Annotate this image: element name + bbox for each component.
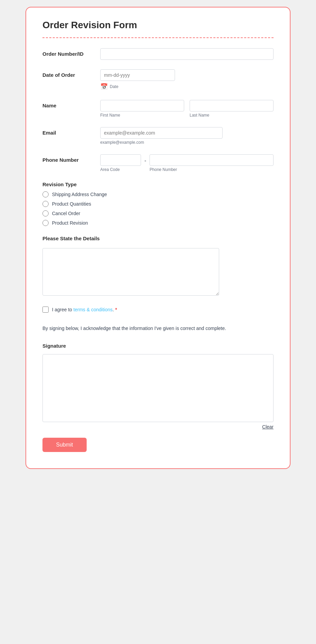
phone-number-input[interactable] xyxy=(150,154,274,166)
area-code-container: Area Code xyxy=(100,154,141,172)
radio-option-shipping[interactable]: Shipping Address Change xyxy=(42,191,274,197)
radio-quantities[interactable] xyxy=(42,201,49,207)
divider xyxy=(42,37,274,38)
phone-inputs-row: Area Code - Phone Number xyxy=(100,154,274,172)
area-code-input[interactable] xyxy=(100,154,141,166)
email-label: Email xyxy=(42,127,100,136)
details-section: Please State the Details xyxy=(42,236,274,297)
date-of-order-label: Date of Order xyxy=(42,69,100,78)
radio-option-quantities[interactable]: Product Quantities xyxy=(42,201,274,207)
phone-field: Area Code - Phone Number xyxy=(100,154,274,172)
phone-row: Phone Number Area Code - Phone Number xyxy=(42,154,274,172)
name-inputs-row: First Name Last Name xyxy=(100,100,274,118)
phone-number-container: Phone Number xyxy=(150,154,274,172)
name-field: First Name Last Name xyxy=(100,100,274,118)
radio-label-product-revision: Product Revision xyxy=(52,220,88,226)
first-name-label: First Name xyxy=(100,113,184,118)
clear-button[interactable]: Clear xyxy=(262,424,274,430)
calendar-icon[interactable]: 📅 xyxy=(100,83,108,90)
phone-number-label: Phone Number xyxy=(150,167,274,172)
name-row: Name First Name Last Name xyxy=(42,100,274,118)
phone-label: Phone Number xyxy=(42,154,100,163)
phone-separator: - xyxy=(144,154,146,164)
signature-canvas[interactable] xyxy=(42,354,274,422)
radio-product-revision[interactable] xyxy=(42,220,49,226)
order-revision-form: Order Revision Form Order Number/ID Date… xyxy=(25,7,291,469)
email-field: example@example.com xyxy=(100,127,274,145)
radio-label-cancel: Cancel Order xyxy=(52,211,80,216)
date-of-order-row: Date of Order 📅 Date xyxy=(42,69,274,90)
revision-type-label: Revision Type xyxy=(42,181,274,187)
terms-period: . xyxy=(112,307,114,312)
radio-option-product-revision[interactable]: Product Revision xyxy=(42,220,274,226)
date-field: 📅 Date xyxy=(100,69,274,90)
date-input[interactable] xyxy=(100,69,175,81)
first-name-field: First Name xyxy=(100,100,184,118)
email-placeholder-label: example@example.com xyxy=(100,140,274,145)
signature-section: Signature Clear xyxy=(42,343,274,430)
first-name-input[interactable] xyxy=(100,100,184,111)
order-number-field xyxy=(100,48,274,60)
details-textarea[interactable] xyxy=(42,248,219,296)
revision-type-section: Revision Type Shipping Address Change Pr… xyxy=(42,181,274,226)
form-title: Order Revision Form xyxy=(42,20,274,31)
terms-text: I agree to terms & conditions. * xyxy=(52,307,117,312)
terms-link[interactable]: terms & conditions xyxy=(73,307,112,312)
signature-label: Signature xyxy=(42,343,274,349)
date-sub-label: Date xyxy=(110,84,118,89)
acknowledge-text: By signing below, I acknowledge that the… xyxy=(42,325,274,332)
name-label: Name xyxy=(42,100,100,108)
last-name-label: Last Name xyxy=(190,113,274,118)
details-label: Please State the Details xyxy=(42,236,274,241)
area-code-label: Area Code xyxy=(100,167,141,172)
radio-cancel[interactable] xyxy=(42,210,49,216)
email-row: Email example@example.com xyxy=(42,127,274,145)
submit-button[interactable]: Submit xyxy=(42,438,87,452)
email-input[interactable] xyxy=(100,127,223,139)
radio-shipping[interactable] xyxy=(42,191,49,197)
clear-link-row: Clear xyxy=(42,424,274,430)
radio-option-cancel[interactable]: Cancel Order xyxy=(42,210,274,216)
terms-row: I agree to terms & conditions. * xyxy=(42,307,274,313)
order-number-input[interactable] xyxy=(100,48,274,60)
order-number-label: Order Number/ID xyxy=(42,48,100,57)
signature-canvas-container xyxy=(42,354,274,422)
radio-label-shipping: Shipping Address Change xyxy=(52,192,107,197)
terms-required: * xyxy=(115,307,117,312)
last-name-field: Last Name xyxy=(190,100,274,118)
radio-label-quantities: Product Quantities xyxy=(52,201,91,207)
date-picker-row: 📅 Date xyxy=(100,83,274,90)
terms-checkbox[interactable] xyxy=(42,307,49,313)
terms-agree-text: I agree to xyxy=(52,307,73,312)
last-name-input[interactable] xyxy=(190,100,274,111)
order-number-row: Order Number/ID xyxy=(42,48,274,60)
